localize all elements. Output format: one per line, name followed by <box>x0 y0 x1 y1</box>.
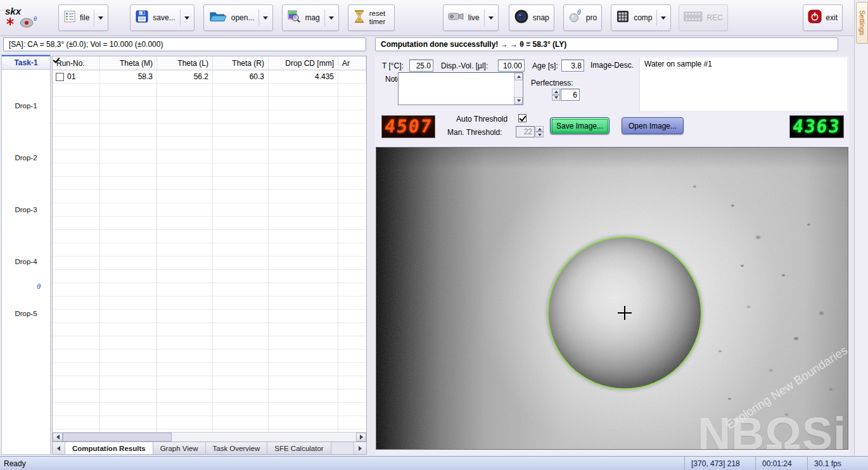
live-camera-icon <box>448 10 464 25</box>
open-image-button[interactable]: Open Image... <box>622 117 684 134</box>
spinner-down-icon[interactable] <box>552 95 560 101</box>
file-button-label: file <box>80 13 89 22</box>
man-threshold-input[interactable] <box>516 126 535 137</box>
run-number: 01 <box>67 72 75 81</box>
image-desc-field[interactable]: Water on sample #1 <box>639 58 847 111</box>
mag-dropdown-arrow-icon[interactable] <box>324 10 334 26</box>
temperature-input[interactable] <box>409 60 433 72</box>
file-icon <box>63 10 76 25</box>
sidebar-item-drop-1[interactable]: Drop-1 <box>2 79 50 130</box>
column-header-theta-r[interactable]: Theta (R) <box>213 56 269 70</box>
drop-2-label: Drop-2 <box>15 154 37 162</box>
tab-settings[interactable]: Settings <box>856 2 868 44</box>
live-button-label: live <box>468 13 480 22</box>
threshold-counter-display: 4507 <box>381 115 435 138</box>
watermark-logo: NBΩSi <box>698 411 846 449</box>
hourglass-icon <box>353 10 366 26</box>
column-header-ar[interactable]: Ar <box>338 56 366 70</box>
table-horizontal-scrollbar[interactable] <box>53 432 366 441</box>
scrollbar-thumb[interactable] <box>63 433 172 441</box>
file-button[interactable]: file <box>58 4 108 31</box>
result-status-bar: [SA]: CA = 58.3° (±0.0); Vol = 10.000 (±… <box>3 37 366 51</box>
svg-text:θ: θ <box>577 10 581 16</box>
notes-textarea[interactable] <box>398 72 523 105</box>
save-image-label: Save Image... <box>556 122 603 130</box>
drop-5-label: Drop-5 <box>15 310 37 317</box>
man-threshold-label: Man. Threshold: <box>447 128 502 137</box>
sidebar-item-drop-3[interactable]: Drop-3 <box>2 182 50 234</box>
age-input[interactable] <box>561 60 584 72</box>
exit-button-label: exit <box>826 13 838 22</box>
tab-computation-results[interactable]: Computation Results <box>65 442 153 454</box>
task-tab-label: Task-1 <box>14 58 37 67</box>
save-image-button[interactable]: Save Image... <box>550 117 610 134</box>
cell-theta-l: 56.2 <box>157 70 213 83</box>
pro-button[interactable]: θ pro <box>563 4 602 31</box>
notes-scroll-up-icon[interactable] <box>514 73 523 80</box>
drop-4-label: Drop-4 <box>15 258 37 265</box>
main-toolbar: skx θ file <box>0 0 854 36</box>
crosshair-icon-vertical <box>624 306 625 320</box>
app-logo-icon: θ <box>5 16 39 30</box>
spinner-up-icon[interactable] <box>552 89 560 95</box>
save-button[interactable]: save... <box>130 4 194 31</box>
tab-sfe-calculator[interactable]: SFE Calculator <box>267 442 331 454</box>
open-dropdown-arrow-icon[interactable] <box>258 10 268 26</box>
scrollbar-track[interactable] <box>172 433 356 441</box>
task-sidebar: Task-1 Drop-1 Drop-2 Drop-3 Drop-4 θ Dro… <box>1 54 51 455</box>
theta-sphere-icon: θ <box>568 10 582 26</box>
notes-scrollbar[interactable] <box>514 73 523 105</box>
drop-5-theta-icon: θ <box>37 283 41 290</box>
frame-rate: 30.1 fps <box>807 457 868 470</box>
settings-strip: Settings <box>854 0 868 456</box>
column-header-theta-l[interactable]: Theta (L) <box>157 56 213 70</box>
ready-status: Ready <box>0 459 26 468</box>
computation-status-text: Computation done successfully! → → θ = 5… <box>381 40 566 49</box>
tabs-scroll-right-icon[interactable] <box>354 442 366 454</box>
comp-dropdown-arrow-icon[interactable] <box>656 10 666 26</box>
cell-ar <box>338 70 366 83</box>
live-button[interactable]: live <box>443 4 499 31</box>
column-header-theta-m[interactable]: Theta (M) <box>100 56 157 70</box>
magnifier-icon <box>287 10 301 26</box>
tabs-scroll-left-icon[interactable] <box>53 442 65 454</box>
snap-button[interactable]: snap <box>509 4 554 31</box>
save-dropdown-arrow-icon[interactable] <box>180 10 189 26</box>
scroll-left-arrow-icon[interactable] <box>53 433 63 441</box>
drop-list: Drop-1 Drop-2 Drop-3 Drop-4 θ Drop-5 <box>2 70 50 338</box>
elapsed-time: 00:01:24 <box>755 457 807 470</box>
open-button[interactable]: open... <box>203 4 274 31</box>
perfectness-spinner[interactable] <box>552 89 560 101</box>
tab-task-1[interactable]: Task-1 <box>2 55 50 70</box>
tab-task-overview[interactable]: Task Overview <box>206 442 268 454</box>
sidebar-item-drop-5[interactable]: θ Drop-5 <box>2 286 50 338</box>
scroll-right-arrow-icon[interactable] <box>356 433 366 441</box>
man-spinner-down-icon[interactable] <box>535 132 544 137</box>
man-spinner-up-icon[interactable] <box>535 126 544 132</box>
open-image-label: Open Image... <box>629 122 677 130</box>
file-dropdown-arrow-icon[interactable] <box>94 10 103 26</box>
pro-button-label: pro <box>586 13 597 22</box>
notes-scroll-down-icon[interactable] <box>514 97 523 105</box>
comp-button[interactable]: comp <box>611 4 671 31</box>
man-threshold-spinner[interactable] <box>535 126 544 137</box>
live-dropdown-arrow-icon[interactable] <box>484 10 494 26</box>
age-label: Age [s]: <box>532 61 558 70</box>
run-checkbox[interactable] <box>56 73 64 81</box>
auto-threshold-checkbox[interactable] <box>518 114 527 122</box>
mag-button[interactable]: mag <box>282 4 338 31</box>
column-header-drop-cd[interactable]: Drop CD [mm] <box>269 56 338 70</box>
sidebar-item-drop-4[interactable]: Drop-4 <box>2 234 50 286</box>
sidebar-item-drop-2[interactable]: Drop-2 <box>2 130 50 182</box>
result-status-text: [SA]: CA = 58.3° (±0.0); Vol = 10.000 (±… <box>9 40 163 49</box>
frame-counter-value: 4363 <box>792 118 842 136</box>
exit-button[interactable]: exit <box>803 4 843 31</box>
camera-image[interactable]: Exploring New Boundaries NBΩSi <box>376 148 848 449</box>
app-window: skx θ file <box>0 0 868 470</box>
measurement-panel: T [°C]: Disp.-Vol. [µl]: Age [s]: Image-… <box>375 56 849 455</box>
dispensed-volume-input[interactable] <box>498 60 525 72</box>
tab-graph-view[interactable]: Graph View <box>153 442 206 454</box>
table-row[interactable]: 01 58.3 56.2 60.3 4.435 <box>53 70 366 84</box>
perfectness-input[interactable] <box>561 89 580 101</box>
reset-timer-button[interactable]: reset timer <box>348 4 395 31</box>
